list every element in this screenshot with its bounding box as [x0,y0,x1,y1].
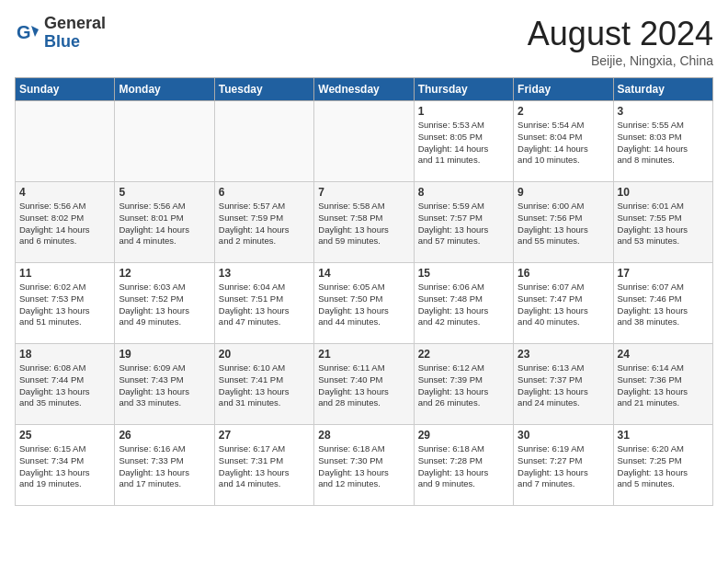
calendar-cell: 1Sunrise: 5:53 AM Sunset: 8:05 PM Daylig… [414,101,513,182]
calendar-cell: 30Sunrise: 6:19 AM Sunset: 7:27 PM Dayli… [514,425,613,506]
day-number: 22 [418,348,509,361]
weekday-header-saturday: Saturday [613,78,712,101]
calendar-cell: 13Sunrise: 6:04 AM Sunset: 7:51 PM Dayli… [214,263,313,344]
calendar-cell: 26Sunrise: 6:16 AM Sunset: 7:33 PM Dayli… [115,425,214,506]
weekday-header-wednesday: Wednesday [314,78,414,101]
day-info: Sunrise: 6:19 AM Sunset: 7:27 PM Dayligh… [518,443,609,490]
svg-text:G: G [17,22,31,42]
day-info: Sunrise: 6:00 AM Sunset: 7:56 PM Dayligh… [518,201,609,247]
day-number: 24 [618,348,709,361]
location-subtitle: Beijie, Ningxia, China [528,53,713,68]
logo-icon: G [15,20,40,46]
calendar-cell [314,101,414,182]
day-info: Sunrise: 6:05 AM Sunset: 7:50 PM Dayligh… [318,282,409,328]
calendar-cell: 22Sunrise: 6:12 AM Sunset: 7:39 PM Dayli… [414,344,513,425]
day-number: 1 [418,105,509,118]
calendar-cell: 28Sunrise: 6:18 AM Sunset: 7:30 PM Dayli… [314,425,414,506]
calendar-cell: 8Sunrise: 5:59 AM Sunset: 7:57 PM Daylig… [414,182,513,263]
day-info: Sunrise: 6:08 AM Sunset: 7:44 PM Dayligh… [19,362,110,409]
calendar-cell: 18Sunrise: 6:08 AM Sunset: 7:44 PM Dayli… [16,344,115,425]
day-number: 23 [518,348,609,361]
calendar-cell: 14Sunrise: 6:05 AM Sunset: 7:50 PM Dayli… [314,263,414,344]
day-info: Sunrise: 6:09 AM Sunset: 7:43 PM Dayligh… [119,362,210,409]
day-number: 30 [518,429,609,442]
day-number: 5 [119,186,210,199]
day-info: Sunrise: 5:55 AM Sunset: 8:03 PM Dayligh… [618,120,709,167]
calendar-cell: 6Sunrise: 5:57 AM Sunset: 7:59 PM Daylig… [214,182,313,263]
calendar-cell: 4Sunrise: 5:56 AM Sunset: 8:02 PM Daylig… [16,182,115,263]
calendar-cell: 7Sunrise: 5:58 AM Sunset: 7:58 PM Daylig… [314,182,414,263]
day-info: Sunrise: 6:12 AM Sunset: 7:39 PM Dayligh… [418,362,509,409]
day-number: 3 [618,105,709,118]
calendar-cell: 17Sunrise: 6:07 AM Sunset: 7:46 PM Dayli… [613,263,712,344]
day-info: Sunrise: 5:58 AM Sunset: 7:58 PM Dayligh… [318,201,409,247]
title-block: August 2024 Beijie, Ningxia, China [528,15,713,68]
logo-blue-text: Blue [44,32,80,51]
weekday-header-monday: Monday [115,78,214,101]
day-info: Sunrise: 6:14 AM Sunset: 7:36 PM Dayligh… [618,362,709,409]
logo: G General Blue [15,15,106,52]
day-number: 8 [418,186,509,199]
day-info: Sunrise: 5:59 AM Sunset: 7:57 PM Dayligh… [418,201,509,247]
calendar-cell: 10Sunrise: 6:01 AM Sunset: 7:55 PM Dayli… [613,182,712,263]
calendar-cell: 20Sunrise: 6:10 AM Sunset: 7:41 PM Dayli… [214,344,313,425]
svg-marker-1 [31,26,39,37]
day-number: 17 [618,267,709,280]
day-info: Sunrise: 6:10 AM Sunset: 7:41 PM Dayligh… [219,362,310,409]
day-info: Sunrise: 5:53 AM Sunset: 8:05 PM Dayligh… [418,120,509,167]
calendar-cell: 19Sunrise: 6:09 AM Sunset: 7:43 PM Dayli… [115,344,214,425]
day-info: Sunrise: 5:56 AM Sunset: 8:01 PM Dayligh… [119,201,210,247]
page-header: G General Blue August 2024 Beijie, Ningx… [15,15,713,68]
calendar-cell: 12Sunrise: 6:03 AM Sunset: 7:52 PM Dayli… [115,263,214,344]
day-number: 2 [518,105,609,118]
weekday-header-friday: Friday [514,78,613,101]
day-number: 27 [219,429,310,442]
calendar-cell: 11Sunrise: 6:02 AM Sunset: 7:53 PM Dayli… [16,263,115,344]
day-number: 10 [618,186,709,199]
day-info: Sunrise: 6:18 AM Sunset: 7:28 PM Dayligh… [418,443,509,490]
day-number: 16 [518,267,609,280]
week-row-5: 25Sunrise: 6:15 AM Sunset: 7:34 PM Dayli… [16,425,713,506]
day-number: 11 [19,267,110,280]
day-number: 7 [318,186,409,199]
day-info: Sunrise: 6:04 AM Sunset: 7:51 PM Dayligh… [219,282,310,328]
day-info: Sunrise: 6:01 AM Sunset: 7:55 PM Dayligh… [618,201,709,247]
calendar-cell: 15Sunrise: 6:06 AM Sunset: 7:48 PM Dayli… [414,263,513,344]
calendar-cell: 27Sunrise: 6:17 AM Sunset: 7:31 PM Dayli… [214,425,313,506]
day-info: Sunrise: 6:18 AM Sunset: 7:30 PM Dayligh… [318,443,409,490]
calendar-cell [16,101,115,182]
day-info: Sunrise: 6:02 AM Sunset: 7:53 PM Dayligh… [19,282,110,328]
day-number: 21 [318,348,409,361]
day-number: 29 [418,429,509,442]
day-number: 19 [119,348,210,361]
day-number: 28 [318,429,409,442]
day-info: Sunrise: 5:57 AM Sunset: 7:59 PM Dayligh… [219,201,310,247]
day-info: Sunrise: 6:17 AM Sunset: 7:31 PM Dayligh… [219,443,310,490]
calendar-cell [115,101,214,182]
calendar-cell: 16Sunrise: 6:07 AM Sunset: 7:47 PM Dayli… [514,263,613,344]
calendar-cell: 25Sunrise: 6:15 AM Sunset: 7:34 PM Dayli… [16,425,115,506]
calendar-cell: 24Sunrise: 6:14 AM Sunset: 7:36 PM Dayli… [613,344,712,425]
week-row-2: 4Sunrise: 5:56 AM Sunset: 8:02 PM Daylig… [16,182,713,263]
weekday-header-sunday: Sunday [16,78,115,101]
day-info: Sunrise: 6:13 AM Sunset: 7:37 PM Dayligh… [518,362,609,409]
calendar-cell: 9Sunrise: 6:00 AM Sunset: 7:56 PM Daylig… [514,182,613,263]
day-number: 6 [219,186,310,199]
day-info: Sunrise: 5:54 AM Sunset: 8:04 PM Dayligh… [518,120,609,167]
weekday-header-thursday: Thursday [414,78,513,101]
day-info: Sunrise: 6:16 AM Sunset: 7:33 PM Dayligh… [119,443,210,490]
day-info: Sunrise: 6:07 AM Sunset: 7:46 PM Dayligh… [618,282,709,328]
day-number: 20 [219,348,310,361]
day-number: 12 [119,267,210,280]
calendar-table: SundayMondayTuesdayWednesdayThursdayFrid… [15,77,713,506]
day-number: 14 [318,267,409,280]
day-info: Sunrise: 6:11 AM Sunset: 7:40 PM Dayligh… [318,362,409,409]
calendar-cell: 31Sunrise: 6:20 AM Sunset: 7:25 PM Dayli… [613,425,712,506]
day-info: Sunrise: 6:20 AM Sunset: 7:25 PM Dayligh… [618,443,709,490]
calendar-cell [214,101,313,182]
weekday-header-row: SundayMondayTuesdayWednesdayThursdayFrid… [16,78,713,101]
calendar-cell: 21Sunrise: 6:11 AM Sunset: 7:40 PM Dayli… [314,344,414,425]
day-info: Sunrise: 6:15 AM Sunset: 7:34 PM Dayligh… [19,443,110,490]
week-row-3: 11Sunrise: 6:02 AM Sunset: 7:53 PM Dayli… [16,263,713,344]
calendar-cell: 29Sunrise: 6:18 AM Sunset: 7:28 PM Dayli… [414,425,513,506]
